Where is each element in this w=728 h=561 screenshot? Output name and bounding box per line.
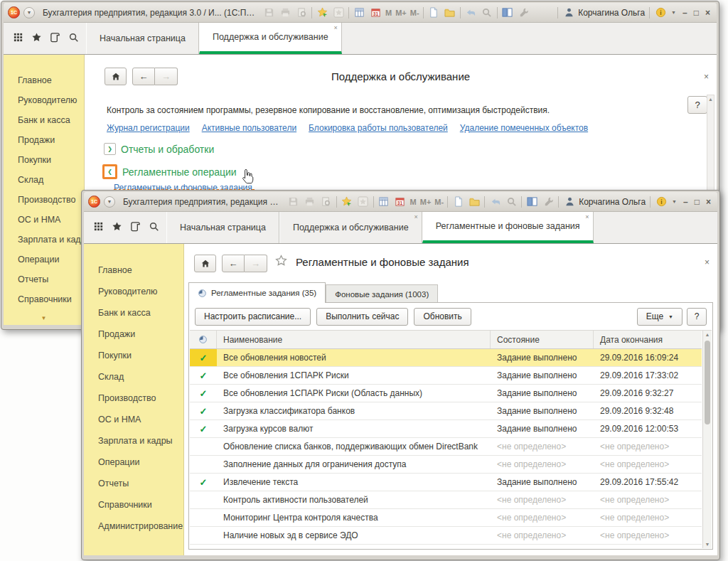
- sidebar-item-main[interactable]: Главное: [84, 260, 183, 281]
- sidebar-item-salary[interactable]: Зарплата и кадры: [4, 230, 84, 250]
- help-button[interactable]: ?: [687, 308, 707, 326]
- tab-support[interactable]: Поддержка и обслуживание ×: [279, 212, 422, 243]
- info-dropdown-icon[interactable]: ▼: [671, 10, 676, 15]
- sidebar-item-operations[interactable]: Операции: [84, 452, 183, 473]
- 1c-logo-icon[interactable]: 1С: [88, 196, 100, 208]
- tab-home[interactable]: Начальная страница: [166, 212, 279, 243]
- nav-back-button[interactable]: ←: [222, 255, 245, 272]
- link-active-users[interactable]: Активные пользователи: [202, 123, 296, 133]
- table-row[interactable]: Обновление списка банков, поддерживающих…: [190, 438, 702, 456]
- home-button[interactable]: [194, 255, 216, 272]
- sections-menu-icon[interactable]: [93, 221, 104, 235]
- sidebar-item-reports[interactable]: Отчеты: [4, 269, 84, 289]
- nav-forward-button[interactable]: →: [245, 255, 267, 272]
- sidebar-item-salary[interactable]: Зарплата и кадры: [84, 430, 183, 452]
- sidebar-item-production[interactable]: Производство: [84, 388, 183, 409]
- sidebar-item-bank[interactable]: Банк и касса: [84, 302, 183, 324]
- system-menu-icon[interactable]: ▼: [23, 7, 35, 18]
- expand-right-icon[interactable]: ❯: [104, 143, 116, 155]
- global-search-icon[interactable]: [149, 221, 159, 235]
- favorites-icon[interactable]: [332, 6, 345, 18]
- undo-icon[interactable]: [464, 6, 477, 18]
- sidebar-item-manager[interactable]: Руководителю: [4, 90, 84, 110]
- calendar-icon[interactable]: [369, 6, 382, 18]
- sidebar-item-sales[interactable]: Продажи: [4, 130, 84, 150]
- table-row[interactable]: Контроль активности пользователей <не оп…: [190, 491, 702, 509]
- global-search-icon[interactable]: [68, 32, 79, 46]
- add-favorite-icon[interactable]: [316, 6, 328, 18]
- table-row[interactable]: ✓ Извлечение текста Задание выполнено 29…: [190, 474, 702, 491]
- column-name[interactable]: Наименование: [217, 331, 491, 348]
- sidebar-item-production[interactable]: Производство: [4, 190, 84, 210]
- tab-support[interactable]: Поддержка и обслуживание ×: [199, 23, 342, 54]
- sections-menu-icon[interactable]: [13, 32, 23, 46]
- info-dropdown-icon[interactable]: ▼: [672, 199, 677, 204]
- sidebar-item-sales[interactable]: Продажи: [84, 324, 183, 345]
- sidebar-item-administration[interactable]: Администрирование: [84, 515, 183, 537]
- memory-m-button[interactable]: M: [410, 198, 417, 206]
- close-button[interactable]: ×: [705, 8, 710, 18]
- split-view-icon[interactable]: [525, 196, 538, 208]
- tab-home[interactable]: Начальная страница: [86, 23, 199, 54]
- more-button[interactable]: Еще ▼: [637, 308, 682, 326]
- user-menu[interactable]: Корчагина Ольга: [563, 196, 646, 208]
- close-tab-icon[interactable]: ×: [414, 214, 417, 220]
- services-wrench-icon[interactable]: [542, 196, 555, 208]
- table-row[interactable]: Мониторинг Центра контроля качества <не …: [190, 509, 702, 527]
- scroll-thumb[interactable]: [705, 341, 710, 424]
- tab-background[interactable]: Фоновые задания (1003): [326, 284, 438, 303]
- maximize-button[interactable]: □: [694, 8, 699, 18]
- table-row[interactable]: ✓ Загрузка классификатора банков Задание…: [190, 402, 702, 420]
- collapse-down-icon[interactable]: ❮: [102, 164, 117, 179]
- close-button[interactable]: ×: [706, 197, 711, 207]
- sidebar-item-directories[interactable]: Справочники: [4, 289, 84, 309]
- back-titlebar[interactable]: 1С ▼ Бухгалтерия предприятия, редакция 3…: [4, 3, 717, 23]
- sidebar-item-purchases[interactable]: Покупки: [4, 150, 84, 170]
- favorites-star-icon[interactable]: [31, 32, 42, 46]
- link-delete-marked[interactable]: Удаление помеченных объектов: [460, 123, 588, 133]
- system-menu-icon[interactable]: ▼: [104, 196, 115, 208]
- calculator-icon[interactable]: [378, 196, 390, 208]
- print-icon[interactable]: [304, 196, 316, 208]
- calculator-icon[interactable]: [353, 6, 365, 18]
- new-document-icon[interactable]: [451, 196, 464, 208]
- table-row[interactable]: Заполнение данных для ограничения доступ…: [190, 456, 702, 474]
- tab-scheduled[interactable]: Регламентные задания (35): [188, 282, 326, 303]
- refresh-button[interactable]: Обновить: [414, 308, 471, 326]
- page-close-icon[interactable]: ×: [705, 257, 710, 267]
- search-icon[interactable]: [481, 6, 493, 18]
- table-row[interactable]: ✓ Все обновления 1СПАРК Риски (Область д…: [190, 385, 702, 402]
- info-icon[interactable]: [655, 196, 668, 208]
- sidebar-item-bank[interactable]: Банк и касса: [4, 110, 84, 130]
- 1c-logo-icon[interactable]: 1С: [8, 6, 20, 18]
- sidebar-item-warehouse[interactable]: Склад: [84, 366, 183, 388]
- help-button[interactable]: ?: [687, 96, 707, 114]
- memory-m-minus-button[interactable]: M-: [434, 198, 444, 206]
- services-wrench-icon[interactable]: [518, 6, 530, 18]
- memory-m-plus-button[interactable]: M+: [420, 198, 432, 206]
- maximize-button[interactable]: □: [695, 197, 700, 207]
- section-reports[interactable]: ❯ Отчеты и обработки: [104, 143, 214, 155]
- tab-scheduled-jobs[interactable]: Регламентные и фоновые задания ×: [422, 212, 594, 243]
- undo-icon[interactable]: [488, 196, 501, 208]
- sidebar-item-directories[interactable]: Справочники: [84, 494, 183, 515]
- table-scrollbar[interactable]: ▲ ▼: [702, 331, 712, 548]
- close-tab-icon[interactable]: ×: [333, 25, 337, 31]
- link-user-lock[interactable]: Блокировка работы пользователей: [309, 123, 448, 133]
- sidebar-item-warehouse[interactable]: Склад: [4, 170, 84, 190]
- open-icon[interactable]: [468, 196, 481, 208]
- history-icon[interactable]: [50, 32, 60, 46]
- memory-m-button[interactable]: M: [385, 9, 392, 17]
- save-icon[interactable]: [287, 196, 300, 208]
- minimize-button[interactable]: –: [683, 197, 688, 207]
- calendar-icon[interactable]: [394, 196, 407, 208]
- front-titlebar[interactable]: 1С ▼ Бухгалтерия предприятия, редакция 3…: [84, 192, 717, 212]
- column-state-icon[interactable]: [190, 331, 217, 348]
- section-regops[interactable]: ❮ Регламентные операции: [102, 164, 237, 179]
- sidebar-item-operations[interactable]: Операции: [4, 250, 84, 269]
- print-icon[interactable]: [279, 6, 291, 18]
- print-preview-icon[interactable]: [295, 6, 308, 18]
- page-close-icon[interactable]: ×: [704, 72, 709, 82]
- new-document-icon[interactable]: [427, 6, 440, 18]
- close-tab-icon[interactable]: ×: [585, 214, 589, 220]
